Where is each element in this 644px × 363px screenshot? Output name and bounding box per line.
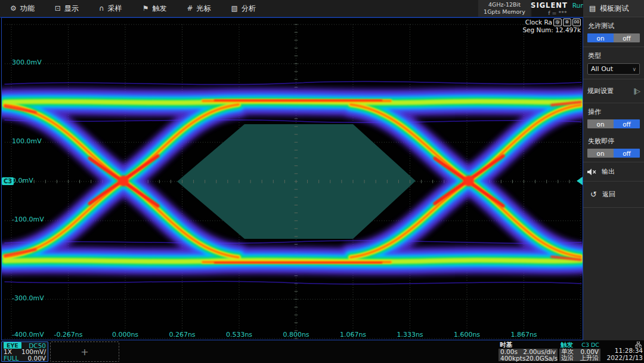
device-memory: 1Gpts Memory: [484, 8, 525, 16]
gear-icon: ⚙: [10, 4, 17, 13]
menu-label: 功能: [20, 4, 35, 14]
menu-label: 触发: [152, 4, 166, 14]
touch-icon[interactable]: @: [553, 19, 562, 26]
waveform-display: 300.0mV 200.0mV 100.0mV 0.0mV -100.0mV -…: [1, 17, 583, 340]
chevron-down-icon: ∨: [632, 66, 636, 72]
rule-settings-row[interactable]: 规则设置 ‖▷: [583, 79, 644, 103]
operate-off-button[interactable]: off: [614, 119, 640, 128]
channel-descriptor-box[interactable]: EYE DC50 1X 100mV/ FULL 0.00V: [1, 342, 48, 362]
device-info: 4GHz-12Bit 1Gpts Memory: [478, 0, 531, 17]
stop-on-fail-toggle[interactable]: on off: [587, 149, 640, 158]
operate-section: 操作 on off: [583, 103, 644, 133]
run-status[interactable]: Run: [572, 2, 584, 9]
operate-toggle[interactable]: on off: [587, 119, 640, 128]
allow-test-on-button[interactable]: on: [587, 33, 614, 42]
stop-on-fail-label: 失败即停: [588, 137, 640, 146]
menu-item-acquire[interactable]: ∩ 采样: [89, 0, 132, 17]
operate-label: 操作: [588, 107, 640, 116]
system-time: 11:28:34: [602, 347, 643, 355]
trigger-slope: 上升沿: [580, 354, 599, 362]
analysis-icon: ▧: [231, 4, 237, 13]
speaker-muted-icon: [587, 168, 596, 176]
brand-block: SIGLENT Run f = ***: [532, 0, 583, 17]
eye-diagram-plot: 300.0mV 200.0mV 100.0mV 0.0mV -100.0mV -…: [2, 18, 583, 340]
output-label: 输出: [602, 167, 615, 176]
mask-type-dropdown[interactable]: All Out ∨: [587, 63, 640, 75]
type-section: 类型 All Out ∨: [583, 47, 644, 79]
clock-block: 11:28:34 2022/12/13: [602, 342, 643, 361]
t-label: 1.067ns: [340, 331, 366, 339]
timebase-block[interactable]: 时基 0.00s 2.00us/div 400kpts 20.0GSa/s: [499, 342, 558, 361]
operate-on-button[interactable]: on: [587, 119, 614, 128]
menu-item-analysis[interactable]: ▧ 分析: [221, 0, 265, 17]
v-label: -400.0mV: [12, 331, 44, 339]
display-icon: ⊡: [55, 4, 61, 13]
v-label: 0.0mV: [12, 177, 33, 184]
channel-offset: 0.00V: [27, 355, 46, 362]
menu-bar: ⚙ 功能 ⊡ 显示 ∩ 采样 ⚑ 触发 # 光标 ▧ 分析 4GHz-12Bit…: [0, 0, 583, 18]
back-label: 返回: [602, 190, 615, 199]
counter-icon[interactable]: 00: [572, 19, 581, 26]
trigger-source: C3 DC: [581, 342, 599, 348]
stop-on-fail-section: 失败即停 on off: [583, 133, 644, 162]
freq-counter: f = ***: [548, 10, 567, 16]
add-channel-slot[interactable]: +: [50, 342, 119, 362]
allow-test-off-button[interactable]: off: [614, 33, 640, 42]
trigger-type: 边沿: [561, 354, 574, 362]
menu-item-display[interactable]: ⊡ 显示: [45, 0, 89, 17]
expand-arrow-icon: ‖▷: [633, 88, 640, 94]
panel-title: 模板测试: [600, 4, 628, 14]
menu-label: 光标: [196, 4, 210, 14]
mask-type-value: All Out: [591, 65, 613, 73]
menu-item-function[interactable]: ⚙ 功能: [0, 0, 45, 17]
channel-bandwidth: FULL: [4, 355, 18, 362]
t-label: 1.867ns: [510, 331, 537, 339]
t-label: 0.800ns: [283, 331, 309, 339]
t-label: 1.333ns: [397, 331, 423, 339]
menu-item-cursor[interactable]: # 光标: [177, 0, 221, 17]
device-bandwidth: 4GHz-12Bit: [488, 1, 521, 8]
v-label: -100.0mV: [12, 216, 44, 223]
t-label: -0.267ns: [54, 331, 82, 339]
trigger-level-marker[interactable]: [577, 177, 583, 185]
stop-on-fail-on-button[interactable]: on: [587, 149, 614, 158]
stop-on-fail-off-button[interactable]: off: [614, 149, 640, 158]
list-icon: ▤: [589, 4, 596, 13]
back-row[interactable]: ↺ 返回: [583, 182, 644, 208]
clock-recovery-text: Clock Ra: [525, 19, 552, 26]
type-label: 类型: [588, 51, 640, 60]
grid-info-overlay: Clock Ra @ ⚙ 00 Seg Num: 12.497k: [522, 19, 581, 33]
allow-test-label: 允许测试: [588, 21, 640, 30]
back-arrow-icon: ↺: [590, 190, 597, 198]
output-row[interactable]: 输出: [583, 162, 644, 182]
menu-label: 显示: [64, 4, 79, 14]
t-label: 0.533ns: [226, 331, 252, 339]
trigger-block[interactable]: 触发 C3 DC 单次 0.00V 边沿 上升沿: [559, 342, 600, 361]
acquire-icon: ∩: [99, 4, 104, 13]
menu-label: 分析: [242, 4, 256, 14]
settings-icon[interactable]: ⚙: [563, 19, 571, 26]
cursor-icon: #: [187, 4, 193, 13]
status-bar: EYE DC50 1X 100mV/ FULL 0.00V + 时基 0.00s…: [0, 340, 644, 363]
channel-c3-marker[interactable]: C3: [2, 177, 14, 185]
t-label: 0.267ns: [169, 331, 195, 339]
v-label: -300.0mV: [12, 294, 44, 302]
t-label: 1.600ns: [454, 331, 480, 339]
panel-header: ▤ 模板测试: [583, 0, 644, 17]
mask-test-panel: ▤ 模板测试 允许测试 on off 类型 All Out ∨ 规则设置 ‖▷ …: [583, 0, 644, 363]
menu-label: 采样: [108, 4, 122, 14]
plus-icon: +: [80, 346, 88, 358]
rule-settings-label: 规则设置: [587, 87, 614, 96]
v-label: 100.0mV: [12, 137, 42, 145]
allow-test-section: 允许测试 on off: [583, 17, 644, 47]
center-axis-ticks: [11, 24, 581, 339]
sample-rate: 20.0GSa/s: [525, 355, 558, 362]
trigger-flag-icon: ⚑: [143, 4, 149, 13]
brand-logo: SIGLENT: [531, 1, 568, 10]
allow-test-toggle[interactable]: on off: [587, 33, 640, 42]
v-label: 300.0mV: [12, 59, 42, 66]
seg-num-text: Seg Num: 12.497k: [522, 26, 581, 33]
system-date: 2022/12/13: [602, 355, 643, 362]
menu-item-trigger[interactable]: ⚑ 触发: [132, 0, 177, 17]
timebase-points: 400kpts: [500, 355, 525, 362]
